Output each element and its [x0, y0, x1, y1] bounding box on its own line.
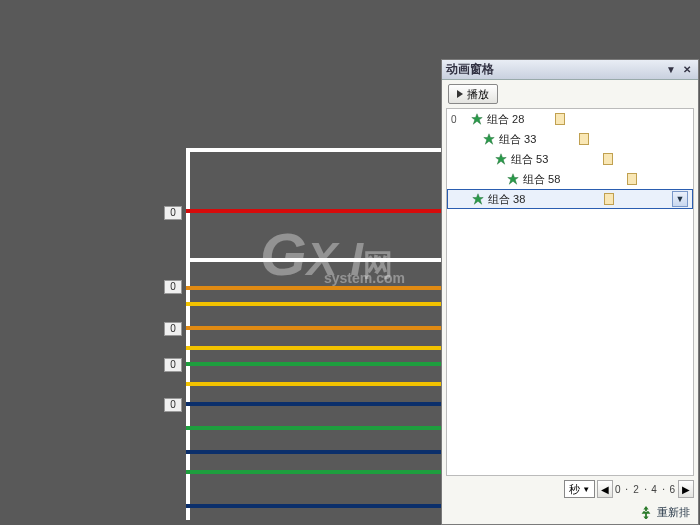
animation-order: 0 — [451, 114, 463, 125]
animation-item[interactable]: 组合 58 — [447, 169, 693, 189]
chart-bar-line — [186, 382, 444, 386]
dropdown-icon[interactable]: ▼ — [664, 63, 678, 77]
svg-marker-0 — [472, 114, 483, 125]
svg-marker-3 — [508, 174, 519, 185]
chevron-down-icon: ▼ — [582, 485, 590, 494]
svg-marker-2 — [496, 154, 507, 165]
chart-bar-line — [186, 326, 444, 330]
star-icon — [483, 133, 495, 145]
star-icon — [472, 193, 484, 205]
axis-label: 0 — [164, 358, 182, 372]
timeline-chip — [604, 193, 614, 205]
chart-bar-line — [186, 302, 444, 306]
animation-pane: 动画窗格 ▼ ✕ 播放 0组合 28组合 33组合 53组合 58组合 38▼ … — [441, 59, 699, 525]
item-dropdown-button[interactable]: ▼ — [672, 191, 688, 207]
animation-item-name: 组合 38 — [488, 192, 528, 207]
svg-marker-4 — [473, 194, 484, 205]
close-icon[interactable]: ✕ — [680, 63, 694, 77]
chart-bar-line — [186, 504, 444, 508]
play-icon — [457, 90, 463, 98]
play-label: 播放 — [467, 87, 489, 102]
star-icon — [507, 173, 519, 185]
timeline-ticks: 0 ‧ 2 ‧ 4 ‧ 6 — [615, 484, 676, 495]
animation-item[interactable]: 组合 53 — [447, 149, 693, 169]
timeline-chip — [627, 173, 637, 185]
timeline-prev-button[interactable]: ◀ — [597, 480, 613, 498]
animation-item-name: 组合 28 — [487, 112, 527, 127]
play-button[interactable]: 播放 — [448, 84, 498, 104]
star-icon — [471, 113, 483, 125]
animation-item[interactable]: 组合 38▼ — [447, 189, 693, 209]
timeline-chip — [579, 133, 589, 145]
star-icon — [495, 153, 507, 165]
chart-bar-line — [186, 346, 444, 350]
animation-item[interactable]: 0组合 28 — [447, 109, 693, 129]
timeline-chip — [555, 113, 565, 125]
chart-bar-line — [186, 470, 444, 474]
time-unit-select[interactable]: 秒 ▼ — [564, 480, 595, 498]
axis-label: 0 — [164, 206, 182, 220]
animation-item-name: 组合 53 — [511, 152, 551, 167]
axis-label: 0 — [164, 398, 182, 412]
animation-item[interactable]: 组合 33 — [447, 129, 693, 149]
animation-item-name: 组合 33 — [499, 132, 539, 147]
chart-bar-line — [186, 426, 444, 430]
timeline-chip — [603, 153, 613, 165]
animation-pane-titlebar: 动画窗格 ▼ ✕ — [442, 60, 698, 80]
animation-footer: 重新排 — [442, 500, 698, 524]
chart-frame — [186, 148, 444, 520]
timeline-next-button[interactable]: ▶ — [678, 480, 694, 498]
chart-bar-line — [186, 258, 444, 262]
chart-bar-line — [186, 450, 444, 454]
reorder-icon — [639, 505, 653, 519]
animation-toolbar: 播放 — [442, 80, 698, 108]
axis-label: 0 — [164, 280, 182, 294]
animation-pane-title: 动画窗格 — [446, 61, 494, 78]
svg-marker-1 — [484, 134, 495, 145]
chart-bar-line — [186, 286, 444, 290]
axis-label: 0 — [164, 322, 182, 336]
chart-bar-line — [186, 362, 444, 366]
timeline-controls: 秒 ▼ ◀ 0 ‧ 2 ‧ 4 ‧ 6 ▶ — [442, 478, 698, 500]
chart-bar-line — [186, 209, 444, 213]
animation-item-name: 组合 58 — [523, 172, 563, 187]
reorder-label: 重新排 — [657, 505, 690, 520]
animation-list[interactable]: 0组合 28组合 33组合 53组合 58组合 38▼ — [446, 108, 694, 476]
chart-bar-line — [186, 402, 444, 406]
